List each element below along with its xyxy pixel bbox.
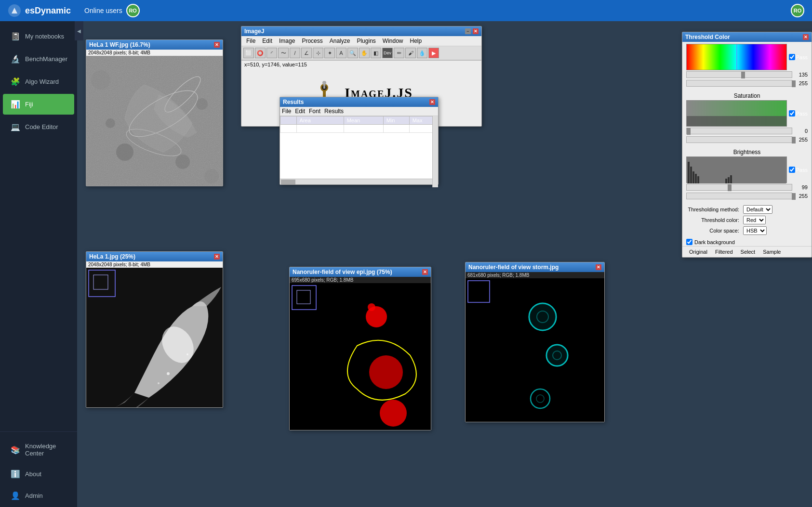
results-scroll[interactable]: Area Mean Min Max 1 4194304 18.054 0 255 (280, 116, 438, 179)
tool-wand[interactable]: ✦ (324, 48, 335, 58)
sat-pass-checkbox[interactable] (789, 110, 795, 117)
hue-slider1[interactable] (686, 71, 792, 78)
tool-eyedrop[interactable]: 💧 (417, 48, 427, 58)
menu-window[interactable]: Window (380, 37, 406, 45)
results-vscroll[interactable] (432, 116, 438, 187)
bri-histogram (686, 156, 787, 183)
nano-epi-title: Nanoruler-field of view epi.jpg (75%) (293, 269, 392, 275)
tab-filtered[interactable]: Filtered (712, 248, 736, 255)
results-menu-edit[interactable]: Edit (295, 108, 305, 115)
tool-dev[interactable]: Dev (382, 48, 393, 58)
tab-original[interactable]: Original (686, 248, 710, 255)
tool-free[interactable]: 〜 (278, 48, 289, 58)
hue-pass-checkbox[interactable] (789, 54, 795, 60)
sat-section: Saturation Pass 0 (682, 90, 812, 146)
tool-magnify[interactable]: 🔍 (347, 48, 358, 58)
nano-storm-close[interactable]: ✕ (596, 264, 601, 270)
hela1-wf-canvas[interactable] (86, 56, 223, 186)
threshold-titlebar[interactable]: Threshold Color ✕ (682, 32, 812, 42)
imagej-title: ImageJ (244, 28, 264, 35)
tool-arc[interactable]: ◜ (266, 48, 277, 58)
nano-epi-canvas[interactable] (290, 283, 431, 430)
tool-point[interactable]: ⊹ (313, 48, 323, 58)
sat-pass-row: Pass (789, 110, 808, 117)
svg-rect-46 (466, 278, 604, 422)
color-select[interactable]: Red (743, 216, 766, 224)
tool-pen[interactable]: ✏ (394, 48, 404, 58)
results-titlebar[interactable]: Results ✕ (280, 97, 438, 107)
nano-storm-window: Nanoruler-field of view storm.jpg ✕ 681x… (465, 262, 605, 422)
menu-image[interactable]: Image (276, 37, 298, 45)
hue-slider2[interactable] (686, 80, 792, 87)
tool-oval[interactable]: ⭕ (255, 48, 266, 58)
dark-bg-checkbox[interactable] (686, 239, 692, 245)
menu-analyze[interactable]: Analyze (327, 37, 353, 45)
sidebar: 📓 My notebooks 🔬 BenchManager 🧩 Algo Wiz… (0, 21, 77, 507)
nano-storm-titlebar[interactable]: Nanoruler-field of view storm.jpg ✕ (466, 262, 604, 272)
sat-slider2[interactable] (686, 136, 792, 143)
results-menu-results[interactable]: Results (324, 108, 344, 115)
threshold-close[interactable]: ✕ (803, 34, 809, 40)
tab-select[interactable]: Select (738, 248, 759, 255)
results-hscroll[interactable] (280, 179, 438, 184)
menu-file[interactable]: File (243, 37, 258, 45)
sidebar-item-about[interactable]: ℹ️ About (3, 464, 74, 484)
col-mean: Mean (344, 117, 383, 125)
tool-scroll[interactable]: ✋ (359, 48, 370, 58)
sidebar-item-my-notebooks[interactable]: 📓 My notebooks (3, 26, 74, 47)
tool-angle[interactable]: ∠ (301, 48, 312, 58)
bri-slider1[interactable] (686, 184, 792, 191)
sidebar-label-admin: Admin (25, 492, 43, 499)
imagej-min[interactable]: − (465, 28, 471, 34)
nano-epi-close[interactable]: ✕ (422, 269, 428, 275)
sidebar-item-bench-manager[interactable]: 🔬 BenchManager (3, 49, 74, 69)
tool-thresh[interactable]: ◧ (371, 48, 381, 58)
imagej-close[interactable]: ✕ (473, 28, 479, 34)
method-select[interactable]: Default (743, 205, 772, 214)
results-menu-file[interactable]: File (282, 108, 291, 115)
tool-line[interactable]: / (290, 48, 300, 58)
avatar-ro-right[interactable]: RO (791, 4, 804, 17)
menu-plugins[interactable]: Plugins (354, 37, 378, 45)
svg-point-37 (186, 353, 188, 355)
sat-slider2-row: 255 (686, 135, 808, 144)
cell-min: 0 (383, 125, 409, 133)
sidebar-item-knowledge-center[interactable]: 📚 Knowledge Center (3, 437, 74, 463)
hue-row: Pass (686, 44, 808, 70)
sidebar-item-algo-wizard[interactable]: 🧩 Algo Wizard (3, 71, 74, 92)
menu-help[interactable]: Help (407, 37, 425, 45)
nano-epi-titlebar[interactable]: Nanoruler-field of view epi.jpg (75%) ✕ (290, 267, 431, 277)
sidebar-item-code-editor[interactable]: 💻 Code Editor (3, 117, 74, 137)
tool-brush[interactable]: 🖌 (405, 48, 416, 58)
hela1-wf-image (86, 56, 223, 186)
threshold-btns: ✕ (803, 34, 809, 40)
tool-text[interactable]: A (336, 48, 346, 58)
bri-pass-checkbox[interactable] (789, 167, 795, 173)
sidebar-toggle[interactable]: ◀ (75, 21, 83, 40)
sidebar-item-fiji[interactable]: 📊 Fiji (3, 94, 74, 115)
results-menu-font[interactable]: Font (309, 108, 320, 115)
imagej-titlebar[interactable]: ImageJ − ✕ (241, 26, 481, 36)
hela1-titlebar[interactable]: HeLa 1.jpg (25%) ✕ (86, 252, 223, 261)
hela1-canvas[interactable] (86, 268, 223, 407)
tool-rect[interactable]: ⬜ (243, 48, 254, 58)
menu-edit[interactable]: Edit (259, 37, 275, 45)
hela1-wf-close[interactable]: ✕ (214, 42, 220, 48)
hela1-wf-titlebar[interactable]: HeLa 1 WF.jpg (16.7%) ✕ (86, 40, 223, 50)
sat-slider1[interactable] (686, 128, 792, 134)
space-select[interactable]: HSB (743, 226, 767, 235)
space-label: Color space: (686, 228, 739, 234)
bri-slider2[interactable] (686, 193, 792, 199)
nano-storm-info: 681x680 pixels; RGB; 1.8MB (466, 272, 604, 278)
tool-special[interactable]: ▶ (428, 48, 439, 58)
menu-process[interactable]: Process (299, 37, 325, 45)
avatar-ro[interactable]: RO (126, 4, 140, 17)
dark-bg-row: Dark background (682, 238, 812, 246)
tab-sample[interactable]: Sample (760, 248, 784, 255)
nano-storm-canvas[interactable] (466, 278, 604, 422)
app-logo[interactable]: esDynamic (8, 4, 71, 17)
sidebar-item-admin[interactable]: 👤 Admin (3, 485, 74, 506)
hela1-close[interactable]: ✕ (214, 254, 220, 260)
results-close[interactable]: ✕ (429, 99, 435, 105)
imagej-status: x=510, y=1746, value=115 (241, 60, 481, 68)
